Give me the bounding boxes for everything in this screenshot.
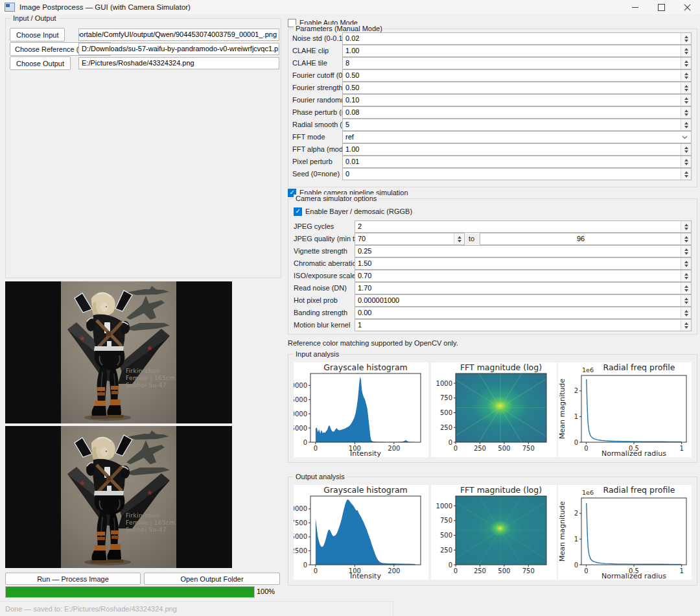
spin-down-icon[interactable]	[684, 289, 688, 292]
spinbox-arrows[interactable]	[681, 107, 691, 118]
spinbox-arrows[interactable]	[681, 295, 691, 306]
spinbox-arrows[interactable]	[681, 58, 691, 69]
spin-up-icon[interactable]	[684, 261, 688, 263]
spin-up-icon[interactable]	[684, 122, 688, 124]
enable-bayer-checkbox[interactable]: Enable Bayer / demosaic (RGGB)	[294, 206, 412, 217]
spin-up-icon[interactable]	[684, 97, 688, 100]
banding-strength-label: Banding strength	[294, 309, 347, 316]
spin-down-icon[interactable]	[684, 113, 688, 116]
spinbox-arrows[interactable]	[681, 221, 691, 232]
spin-up-icon[interactable]	[684, 322, 688, 325]
spin-down-icon[interactable]	[684, 314, 688, 316]
banding-strength-spinbox[interactable]: 0.00	[355, 307, 692, 319]
minimize-button[interactable]	[622, 0, 648, 14]
read-noise-dn-spinbox[interactable]: 1.70	[355, 282, 692, 294]
vignette-strength-spinbox[interactable]: 0.25	[355, 245, 692, 257]
spin-up-icon[interactable]	[684, 171, 688, 174]
spin-down-icon[interactable]	[684, 277, 688, 279]
input-path-field[interactable]: ComfyUI_windows_portable/ComfyUI/output/…	[78, 29, 279, 41]
jpeg-quality-min-to-max-min-spinbox[interactable]: 70	[355, 233, 465, 245]
spin-down-icon[interactable]	[684, 126, 688, 128]
spin-up-icon[interactable]	[684, 224, 688, 226]
spinbox-arrows[interactable]	[681, 144, 691, 155]
clahe-tile-spinbox[interactable]: 8	[342, 57, 692, 69]
open-output-folder-button[interactable]: Open Output Folder	[144, 573, 280, 585]
phase-perturb-rad-spinbox[interactable]: 0.08	[342, 106, 692, 119]
spin-down-icon[interactable]	[684, 163, 688, 165]
spin-up-icon[interactable]	[684, 310, 688, 313]
spinbox-arrows[interactable]	[681, 95, 691, 106]
spin-up-icon[interactable]	[684, 36, 688, 38]
spin-down-icon[interactable]	[684, 302, 688, 304]
noise-std-0-0-1-spinbox[interactable]: 0.02	[342, 32, 692, 45]
spin-up-icon[interactable]	[684, 60, 688, 63]
fourier-strength-0-1-spinbox[interactable]: 0.50	[342, 82, 692, 94]
hot-pixel-prob-spinbox[interactable]: 0.000001000	[355, 294, 692, 307]
svg-text:7500: 7500	[294, 519, 307, 527]
reference-path-field[interactable]: D:/Downloads/su-57-waifu-by-pandramodo-v…	[78, 43, 279, 55]
fourier-cutoff-0-1-spinbox[interactable]: 0.50	[342, 69, 692, 82]
run-process-button[interactable]: Run — Process Image	[5, 573, 141, 585]
spin-down-icon[interactable]	[684, 240, 688, 243]
spinbox-arrows[interactable]	[681, 156, 691, 167]
output-path-field[interactable]: E:/Pictures/Roshade/43324324.png	[78, 57, 279, 69]
fft-mode-combobox[interactable]: ref	[342, 131, 692, 143]
spin-up-icon[interactable]	[458, 236, 461, 239]
spin-down-icon[interactable]	[684, 64, 688, 67]
svg-text:FFT magnitude (log): FFT magnitude (log)	[460, 362, 542, 372]
spin-up-icon[interactable]	[684, 273, 688, 276]
spinbox-arrows[interactable]	[681, 169, 691, 180]
spin-up-icon[interactable]	[684, 110, 688, 112]
spinbox-arrows[interactable]	[681, 307, 691, 318]
spin-down-icon[interactable]	[684, 40, 688, 42]
spinbox-arrows[interactable]	[681, 320, 691, 331]
spin-up-icon[interactable]	[684, 236, 688, 239]
spinbox-arrows[interactable]	[681, 33, 691, 44]
chromatic-aberration-px-spinbox[interactable]: 1.50	[355, 257, 692, 270]
spinbox-arrows[interactable]	[681, 82, 691, 93]
spin-down-icon[interactable]	[458, 240, 461, 243]
spin-up-icon[interactable]	[684, 85, 688, 88]
fourier-randomness-spinbox[interactable]: 0.10	[342, 94, 692, 106]
spinbox-arrows[interactable]	[681, 70, 691, 81]
spin-down-icon[interactable]	[684, 52, 688, 54]
close-button[interactable]	[674, 0, 700, 14]
spinbox-arrows[interactable]	[681, 45, 691, 56]
jpeg-quality-min-to-max-max-spinbox[interactable]: 96	[480, 233, 692, 245]
radial-smooth-bins-spinbox[interactable]: 5	[342, 119, 692, 131]
spin-up-icon[interactable]	[684, 159, 688, 161]
spin-up-icon[interactable]	[684, 73, 688, 75]
spinbox-arrows[interactable]	[681, 246, 691, 257]
spin-up-icon[interactable]	[684, 285, 688, 288]
spinbox-arrows[interactable]	[681, 270, 691, 281]
spin-down-icon[interactable]	[684, 101, 688, 104]
clahe-clip-spinbox[interactable]: 1.00	[342, 45, 692, 57]
spin-down-icon[interactable]	[684, 326, 688, 329]
spin-down-icon[interactable]	[684, 175, 688, 178]
camera-row-motion-blur-kernel: Motion blur kernel1	[288, 319, 697, 331]
spin-up-icon[interactable]	[684, 248, 688, 251]
pixel-perturb-spinbox[interactable]: 0.01	[342, 156, 692, 168]
spin-down-icon[interactable]	[684, 265, 688, 267]
spin-down-icon[interactable]	[684, 228, 688, 230]
spinbox-arrows[interactable]	[454, 233, 464, 244]
spin-down-icon[interactable]	[684, 77, 688, 79]
spin-up-icon[interactable]	[684, 147, 688, 149]
spin-up-icon[interactable]	[684, 48, 688, 51]
spin-down-icon[interactable]	[684, 89, 688, 91]
choose-output-button[interactable]: Choose Output	[10, 56, 71, 70]
spin-down-icon[interactable]	[684, 252, 688, 255]
maximize-button[interactable]	[648, 0, 674, 14]
jpeg-cycles-spinbox[interactable]: 2	[355, 220, 692, 233]
spin-down-icon[interactable]	[684, 150, 688, 153]
seed-0-none-spinbox[interactable]: 0	[342, 168, 692, 180]
iso-exposure-scale-spinbox[interactable]: 0.70	[355, 270, 692, 282]
motion-blur-kernel-spinbox[interactable]: 1	[355, 319, 692, 331]
spinbox-arrows[interactable]	[681, 258, 691, 269]
spinbox-arrows[interactable]	[681, 283, 691, 294]
fft-alpha-model-spinbox[interactable]: 1.00	[342, 143, 692, 156]
choose-input-button[interactable]: Choose Input	[10, 28, 65, 41]
spinbox-arrows[interactable]	[681, 119, 691, 130]
spin-up-icon[interactable]	[684, 298, 688, 300]
spinbox-arrows[interactable]	[681, 233, 691, 244]
